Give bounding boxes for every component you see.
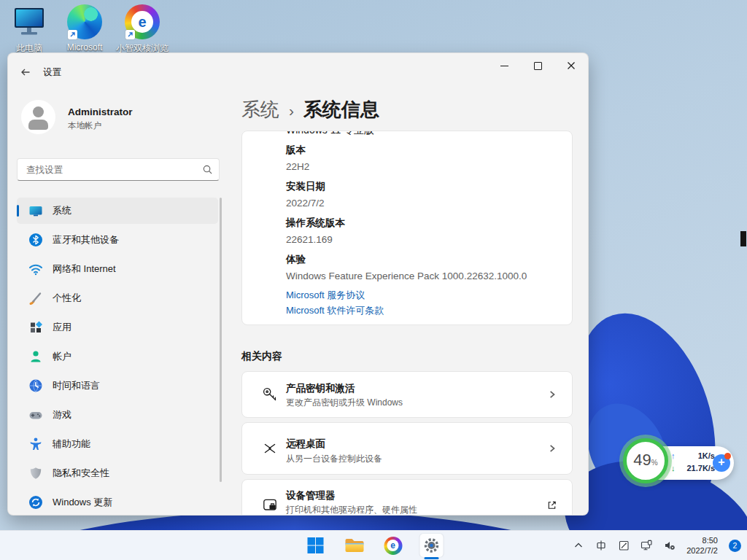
sidebar-item-label: 蓝牙和其他设备 (53, 233, 119, 246)
system-icon (28, 203, 43, 218)
taskbar: e 8:50 2022/7/2 2 (0, 530, 747, 560)
sidebar-item-label: 帐户 (53, 350, 71, 363)
device-manager-card[interactable]: 设备管理器 打印机和其他驱动程序、硬件属性 (241, 479, 573, 516)
selected-indicator (17, 205, 19, 217)
sidebar-nav: 系统 蓝牙和其他设备 网络和 Internet 个性化 应用 帐户 时间和语言 (17, 198, 218, 516)
sidebar-item-accessibility[interactable]: 辅助功能 (17, 431, 218, 457)
system-tray: 8:50 2022/7/2 2 (573, 531, 741, 560)
card-subtitle: 更改产品密钥或升级 Windows (286, 397, 403, 409)
widget-plus-button[interactable]: + (713, 454, 730, 472)
tray-date: 2022/7/2 (686, 545, 718, 556)
notification-dot (724, 453, 731, 459)
browser-button[interactable]: e (382, 534, 405, 557)
browser-logo-icon: e (125, 4, 160, 39)
services-agreement-link[interactable]: Microsoft 服务协议 (286, 289, 365, 302)
start-button[interactable] (304, 534, 328, 557)
sidebar-item-bluetooth-devices[interactable]: 蓝牙和其他设备 (17, 227, 218, 253)
chevron-right-icon (547, 443, 557, 454)
memory-usage-circle[interactable]: 49 % (623, 438, 668, 483)
remote-desktop-card[interactable]: 远程桌面 从另一台设备控制此设备 (241, 422, 573, 475)
ime-indicator-icon[interactable] (595, 540, 607, 551)
file-explorer-button[interactable] (343, 534, 366, 557)
chevron-right-icon (547, 389, 557, 400)
sidebar-item-privacy-security[interactable]: 隐私和安全性 (17, 460, 218, 486)
window-controls (487, 53, 588, 78)
remote-desktop-icon (261, 440, 279, 457)
sidebar-item-time-language[interactable]: 时间和语言 (17, 373, 218, 399)
bluetooth-icon (28, 233, 43, 247)
avatar[interactable] (21, 100, 55, 134)
desktop-icon-browser[interactable]: e 小智双核浏览 (115, 4, 170, 55)
sidebar-item-gaming[interactable]: 游戏 (17, 402, 218, 428)
user-name: Administrator (68, 106, 133, 117)
sidebar-scrollbar[interactable] (220, 198, 222, 482)
sidebar-item-personalization[interactable]: 个性化 (17, 285, 218, 311)
upload-speed: 1K/s (698, 451, 715, 460)
search-input[interactable] (25, 160, 196, 179)
sidebar-item-system[interactable]: 系统 (17, 198, 218, 224)
sidebar-item-windows-update[interactable]: Windows 更新 (17, 489, 218, 516)
user-account-type: 本地帐户 (68, 120, 101, 131)
sidebar-item-accounts[interactable]: 帐户 (17, 343, 218, 370)
search-icon (202, 164, 213, 175)
about-row-label: 操作系统版本 (286, 217, 345, 230)
wifi-icon (28, 262, 43, 276)
sidebar-item-network-internet[interactable]: 网络和 Internet (17, 256, 218, 282)
taskbar-center-icons: e (304, 531, 444, 560)
settings-button-active[interactable] (420, 534, 444, 557)
close-button[interactable] (554, 53, 588, 78)
shortcut-arrow-icon (68, 30, 77, 39)
external-link-icon (546, 500, 557, 511)
clock[interactable]: 8:50 2022/7/2 (686, 535, 718, 556)
page-title: 系统信息 (303, 97, 379, 122)
volume-muted-icon[interactable] (664, 540, 676, 551)
device-manager-icon (261, 497, 279, 514)
clock-globe-icon (28, 378, 43, 393)
sidebar-item-label: 时间和语言 (53, 379, 100, 392)
desktop-icon-microsoft-edge[interactable]: Microsoft (57, 4, 112, 52)
breadcrumb: 系统 › 系统信息 (241, 97, 379, 122)
download-arrow-icon: ↓ (671, 464, 676, 472)
gamepad-icon (28, 408, 43, 422)
notification-badge[interactable]: 2 (729, 540, 741, 552)
account-icon (28, 349, 43, 364)
sidebar-item-apps[interactable]: 应用 (17, 314, 218, 341)
tray-chevron-up-icon[interactable] (573, 540, 584, 551)
sidebar-item-label: 系统 (53, 204, 71, 217)
shield-icon (28, 466, 43, 481)
windows-edition-clipped: Windows 11 专业版 (286, 131, 374, 137)
related-content-heading: 相关内容 (241, 350, 282, 363)
download-speed: 21.7K/s (686, 464, 715, 472)
maximize-button[interactable] (521, 53, 554, 78)
breadcrumb-separator-icon: › (289, 101, 294, 120)
about-card: Windows 11 专业版 版本 22H2 安装日期 2022/7/2 操作系… (241, 131, 573, 325)
about-row-value: 22H2 (286, 161, 309, 172)
edge-logo-icon (67, 4, 102, 39)
license-terms-link[interactable]: Microsoft 软件许可条款 (286, 304, 384, 317)
update-refresh-icon (28, 495, 43, 510)
card-title: 设备管理器 (286, 489, 336, 502)
minimize-button[interactable] (487, 53, 521, 78)
sidebar-item-label: 隐私和安全性 (53, 467, 109, 480)
upload-arrow-icon: ↑ (671, 451, 676, 460)
about-row-value: 2022/7/2 (286, 198, 325, 209)
card-subtitle: 从另一台设备控制此设备 (286, 453, 382, 465)
sidebar-item-label: Windows 更新 (53, 496, 112, 509)
pen-input-icon[interactable] (618, 540, 630, 551)
sidebar-item-label: 辅助功能 (53, 438, 90, 451)
active-app-indicator (425, 557, 439, 559)
back-button[interactable] (20, 66, 31, 78)
product-key-activation-card[interactable]: 产品密钥和激活 更改产品密钥或升级 Windows (241, 371, 573, 418)
about-row-label: 版本 (286, 144, 306, 157)
about-row-label: 安装日期 (286, 180, 325, 193)
desktop-icon-this-pc[interactable]: 此电脑 (1, 4, 57, 55)
card-title: 远程桌面 (286, 438, 325, 451)
breadcrumb-parent[interactable]: 系统 (241, 97, 279, 122)
search-box[interactable] (17, 158, 220, 181)
percent-sign: % (651, 459, 658, 467)
sidebar-item-label: 应用 (53, 321, 71, 334)
window-title: 设置 (43, 66, 61, 79)
card-title: 产品密钥和激活 (286, 382, 355, 395)
about-row-value: Windows Feature Experience Pack 1000.226… (286, 271, 527, 281)
ethernet-network-icon[interactable] (640, 540, 653, 551)
